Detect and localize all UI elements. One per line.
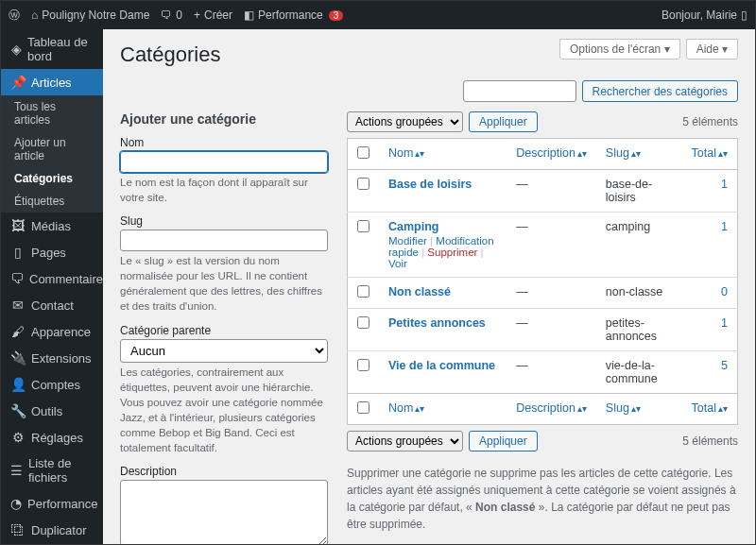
table-row: Petites annonces — petites-annonces 1 <box>348 309 738 351</box>
slug-desc: Le « slug » est la version du nom normal… <box>120 253 328 314</box>
row-title-link[interactable]: Petites annonces <box>388 316 486 330</box>
form-heading: Ajouter une catégorie <box>120 111 328 127</box>
view-link[interactable]: Voir <box>388 258 407 269</box>
row-title-link[interactable]: Non classé <box>388 285 451 298</box>
row-total-link[interactable]: 5 <box>721 359 728 372</box>
name-desc: Le nom est la façon dont il apparaît sur… <box>120 175 328 205</box>
row-checkbox[interactable] <box>357 359 369 371</box>
row-desc: — <box>507 309 596 351</box>
menu-leaflet[interactable]: ⛉Leaflet Map <box>1 543 103 544</box>
wrench-icon: 🔧 <box>10 403 26 418</box>
col-name-ft[interactable]: Nom▴▾ <box>388 401 424 415</box>
delete-link[interactable]: Supprimer <box>427 247 477 258</box>
col-desc-ft[interactable]: Description▴▾ <box>516 401 587 415</box>
sub-categories[interactable]: Catégories <box>1 167 103 190</box>
row-total-link[interactable]: 1 <box>721 316 728 330</box>
search-input[interactable] <box>463 80 576 102</box>
site-name-link[interactable]: ⌂ Pouligny Notre Dame <box>31 9 149 22</box>
col-slug-ft[interactable]: Slug▴▾ <box>606 401 641 415</box>
parent-desc: Les catégories, contrairement aux étique… <box>120 365 328 456</box>
menu-plugins[interactable]: 🔌Extensions <box>1 345 103 371</box>
slug-label: Slug <box>120 214 328 228</box>
row-slug: base-de-loisirs <box>596 170 682 213</box>
menu-media[interactable]: 🖾Médias <box>1 213 103 239</box>
slug-input[interactable] <box>120 230 328 251</box>
sub-all-posts[interactable]: Tous les articles <box>1 95 103 131</box>
performance-link[interactable]: ◧ Performance3 <box>244 9 343 22</box>
parent-select[interactable]: Aucun <box>120 339 328 363</box>
row-checkbox[interactable] <box>357 316 369 329</box>
apply-button-bottom[interactable]: Appliquer <box>469 431 538 451</box>
select-all-top[interactable] <box>357 146 369 159</box>
sub-tags[interactable]: Étiquettes <box>1 190 103 213</box>
menu-posts[interactable]: 📌Articles <box>1 69 103 95</box>
parent-label: Catégorie parente <box>120 324 328 337</box>
menu-users[interactable]: 👤Comptes <box>1 371 103 398</box>
row-slug: petites-annonces <box>596 309 682 351</box>
edit-link[interactable]: Modifier <box>388 235 427 247</box>
name-input[interactable] <box>120 151 328 173</box>
row-slug: non-classe <box>596 278 682 309</box>
admin-sidebar: ◈Tableau de bord 📌Articles Tous les arti… <box>1 29 103 544</box>
menu-duplicator[interactable]: ⿻Duplicator <box>1 517 103 543</box>
menu-appearance[interactable]: 🖌Apparence <box>1 318 103 345</box>
menu-pages[interactable]: ▯Pages <box>1 239 103 265</box>
wp-logo[interactable]: ⓦ <box>9 8 20 24</box>
search-button[interactable]: Rechercher des catégories <box>582 80 738 102</box>
menu-contact[interactable]: ✉Contact <box>1 292 103 318</box>
menu-performance[interactable]: ◔Performance3 <box>1 490 103 517</box>
bulk-actions-top[interactable]: Actions groupées <box>347 111 463 132</box>
pin-icon: 📌 <box>10 75 26 90</box>
comments-link[interactable]: 🗨 0 <box>161 9 182 22</box>
submenu-posts: Tous les articles Ajouter un article Cat… <box>1 95 103 213</box>
sliders-icon: ⚙ <box>10 430 26 445</box>
menu-tools[interactable]: 🔧Outils <box>1 398 103 424</box>
row-desc: — <box>507 351 596 394</box>
row-title-link[interactable]: Base de loisirs <box>388 178 472 191</box>
help-tab[interactable]: Aide ▾ <box>686 39 738 60</box>
main-content: Options de l'écran ▾ Aide ▾ Catégories R… <box>103 29 755 544</box>
row-title-link[interactable]: Vie de la commune <box>388 359 495 372</box>
media-icon: 🖾 <box>10 218 26 233</box>
desc-textarea[interactable] <box>120 480 328 544</box>
row-total-link[interactable]: 1 <box>721 178 728 191</box>
table-row: Base de loisirs — base-de-loisirs 1 <box>348 170 738 213</box>
footer-note: Supprimer une catégorie ne supprime pas … <box>347 465 738 544</box>
row-total-link[interactable]: 0 <box>721 285 728 298</box>
table-row: Camping Modifier | Modification rapide |… <box>348 213 738 278</box>
select-all-bottom[interactable] <box>357 401 369 414</box>
bulk-actions-bottom[interactable]: Actions groupées <box>347 431 463 451</box>
row-total-link[interactable]: 1 <box>721 220 728 233</box>
sub-add-post[interactable]: Ajouter un article <box>1 131 103 167</box>
col-total-ft[interactable]: Total▴▾ <box>692 401 728 415</box>
desc-label: Description <box>120 465 328 478</box>
col-slug[interactable]: Slug▴▾ <box>606 146 641 160</box>
list-icon: ☰ <box>10 463 23 478</box>
plug-icon: 🔌 <box>10 350 26 366</box>
screen-options-tab[interactable]: Options de l'écran ▾ <box>559 39 680 60</box>
categories-table: Nom▴▾ Description▴▾ Slug▴▾ Total▴▾ Base … <box>347 138 738 425</box>
copy-icon: ⿻ <box>10 522 26 537</box>
admin-bar: ⓦ ⌂ Pouligny Notre Dame 🗨 0 + Créer ◧ Pe… <box>1 1 755 29</box>
row-slug: camping <box>596 213 682 278</box>
col-total[interactable]: Total▴▾ <box>692 146 728 160</box>
row-checkbox[interactable] <box>357 285 369 298</box>
page-icon: ▯ <box>10 245 26 260</box>
menu-files[interactable]: ☰Liste de fichiers <box>1 451 103 490</box>
row-checkbox[interactable] <box>357 220 369 232</box>
new-content-link[interactable]: + Créer <box>194 9 232 22</box>
menu-dashboard[interactable]: ◈Tableau de bord <box>1 29 103 69</box>
menu-comments[interactable]: 🗨Commentaires <box>1 265 103 292</box>
col-desc[interactable]: Description▴▾ <box>516 146 587 160</box>
table-row: Vie de la commune — vie-de-la-commune 5 <box>348 351 738 394</box>
row-checkbox[interactable] <box>357 178 369 190</box>
col-name[interactable]: Nom▴▾ <box>388 146 424 160</box>
comment-icon: 🗨 <box>10 271 24 286</box>
mail-icon: ✉ <box>10 298 26 313</box>
row-actions: Modifier | Modification rapide | Supprim… <box>388 235 497 269</box>
row-slug: vie-de-la-commune <box>596 351 682 394</box>
greeting-link[interactable]: Bonjour, Mairie ▯ <box>662 9 747 22</box>
apply-button-top[interactable]: Appliquer <box>469 111 538 132</box>
row-title-link[interactable]: Camping <box>388 220 438 233</box>
menu-settings[interactable]: ⚙Réglages <box>1 424 103 451</box>
